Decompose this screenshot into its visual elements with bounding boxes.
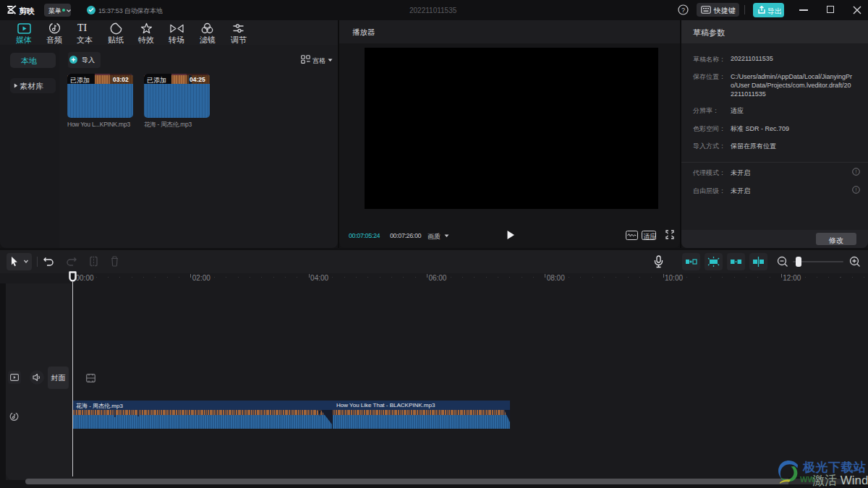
svg-text:!: ! [856, 187, 857, 192]
svg-text:!: ! [856, 169, 857, 174]
svg-text:?: ? [681, 7, 685, 14]
